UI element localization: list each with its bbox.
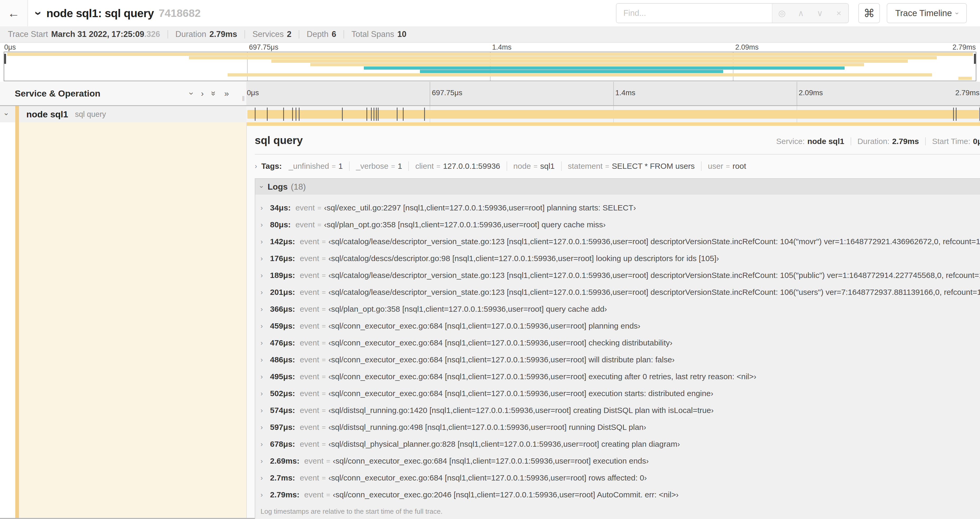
minimap-canvas[interactable]: [4, 52, 976, 81]
tag-item[interactable]: user=root: [708, 162, 746, 171]
log-row[interactable]: ›201μs:event=sql/catalog/lease/descripto…: [261, 284, 980, 301]
keyboard-shortcuts-button[interactable]: ⌘: [858, 3, 880, 23]
divider: [925, 137, 926, 145]
tag-item[interactable]: _unfinished=1: [289, 162, 343, 171]
log-row[interactable]: ›142μs:event=sql/catalog/lease/descripto…: [261, 233, 980, 250]
chevron-right-icon[interactable]: ›: [261, 305, 270, 313]
find-next-button[interactable]: ∨: [810, 4, 829, 23]
divider: [299, 30, 299, 38]
log-value: sql/conn_executor_exec.go:684 [nsql1,cli…: [329, 355, 675, 364]
minimap-span-row: [4, 60, 976, 63]
log-row[interactable]: ›459μs:event=sql/conn_executor_exec.go:6…: [261, 318, 980, 334]
chevron-right-icon[interactable]: ›: [261, 390, 270, 398]
tag-item[interactable]: node=sql1: [514, 162, 555, 171]
log-marker: [283, 108, 284, 121]
log-field-name: event: [300, 321, 319, 331]
log-row[interactable]: ›176μs:event=sql/catalog/descs/descripto…: [261, 250, 980, 267]
log-row[interactable]: ›2.7ms:event=sql/conn_executor_exec.go:6…: [261, 469, 980, 486]
trace-start-value: March 31 2022, 17:25:09: [51, 30, 144, 39]
find-input[interactable]: [616, 4, 772, 23]
chevron-right-icon[interactable]: ›: [261, 254, 270, 263]
log-marker: [376, 108, 377, 121]
log-row[interactable]: ›495μs:event=sql/conn_executor_exec.go:6…: [261, 368, 980, 385]
equals-sign: =: [322, 440, 326, 448]
chevron-right-icon[interactable]: ›: [261, 440, 270, 448]
minimap-right-drag-handle[interactable]: [974, 54, 976, 64]
close-icon: ×: [837, 8, 842, 18]
back-arrow-icon: ←: [8, 6, 20, 20]
chevron-right-icon[interactable]: ›: [261, 339, 270, 347]
log-row[interactable]: ›2.79ms:event=sql/conn_executor_exec.go:…: [261, 486, 980, 503]
trace-collapse-toggle[interactable]: ›: [37, 6, 41, 21]
equals-sign: =: [322, 238, 326, 246]
command-icon: ⌘: [864, 7, 875, 19]
log-value: sql/conn_executor_exec.go:684 [nsql1,cli…: [329, 321, 640, 331]
logs-header[interactable]: › Logs (18): [255, 179, 980, 195]
chevron-right-icon[interactable]: ›: [261, 322, 270, 330]
log-row[interactable]: ›476μs:event=sql/conn_executor_exec.go:6…: [261, 334, 980, 351]
log-row[interactable]: ›366μs:event=sql/plan_opt.go:358 [nsql1,…: [261, 301, 980, 318]
divider: [349, 161, 350, 171]
chevron-right-icon[interactable]: ›: [261, 457, 270, 465]
log-marker: [296, 108, 296, 121]
trace-page: ← › node sql1: sql query 7418682 ◎ ∧ ∨ ×…: [0, 0, 980, 519]
chevron-right-icon[interactable]: ›: [261, 221, 270, 229]
meta-label: Service:: [776, 137, 805, 146]
tags-row[interactable]: › Tags: _unfinished=1_verbose=1client=12…: [255, 161, 980, 171]
gridline: [430, 82, 430, 105]
collapse-one-button[interactable]: ›: [190, 89, 193, 98]
total-spans-label: Total Spans: [352, 30, 394, 39]
find-prev-button[interactable]: ∧: [791, 4, 810, 23]
log-row[interactable]: ›678μs:event=sql/distsql_physical_planne…: [261, 436, 980, 452]
span-name-cell[interactable]: › node sql1 sql query: [0, 106, 246, 122]
span-collapse-toggle[interactable]: ›: [5, 110, 8, 118]
log-row[interactable]: ›2.69ms:event=sql/conn_executor_exec.go:…: [261, 452, 980, 469]
link-icon[interactable]: [975, 517, 980, 519]
expand-all-button[interactable]: »: [224, 89, 229, 98]
equals-sign: =: [322, 390, 326, 398]
chevron-right-icon[interactable]: ›: [261, 373, 270, 381]
collapse-all-button[interactable]: »: [212, 89, 216, 98]
log-row[interactable]: ›80μs:event=sql/plan_opt.go:358 [nsql1,c…: [261, 216, 980, 233]
column-resizer-handle[interactable]: ‖: [242, 95, 245, 103]
log-row[interactable]: ›597μs:event=sql/distsql_running.go:498 …: [261, 419, 980, 436]
chevron-right-icon[interactable]: ›: [261, 238, 270, 246]
double-chevron-right-icon: »: [224, 89, 229, 98]
minimap-left-drag-handle[interactable]: [4, 54, 6, 64]
minimap-span-row: [4, 77, 976, 80]
log-row[interactable]: ›574μs:event=sql/distsql_running.go:1420…: [261, 402, 980, 419]
log-timestamp: 597μs:: [270, 423, 295, 432]
find-box: ◎ ∧ ∨ ×: [616, 3, 849, 23]
log-marker: [374, 108, 374, 121]
chevron-right-icon[interactable]: ›: [261, 406, 270, 415]
expand-one-button[interactable]: ›: [201, 89, 204, 98]
find-locate-button[interactable]: ◎: [772, 4, 791, 23]
chevron-right-icon[interactable]: ›: [261, 271, 270, 279]
span-duration-bar[interactable]: [247, 110, 979, 119]
divider: [408, 161, 409, 171]
span-service-name[interactable]: node sql1: [26, 109, 68, 120]
log-row[interactable]: ›189μs:event=sql/catalog/lease/descripto…: [261, 267, 980, 284]
view-selector-button[interactable]: Trace Timeline ›: [887, 3, 967, 23]
chevron-right-icon: ›: [201, 89, 204, 98]
equals-sign: =: [322, 406, 326, 415]
tag-item[interactable]: client=127.0.0.1:59936: [415, 162, 500, 171]
back-button[interactable]: ←: [0, 0, 28, 26]
chevron-right-icon[interactable]: ›: [261, 491, 270, 499]
chevron-right-icon[interactable]: ›: [261, 204, 270, 212]
chevron-right-icon[interactable]: ›: [261, 356, 270, 364]
equals-sign: =: [605, 162, 609, 170]
chevron-right-icon[interactable]: ›: [261, 288, 270, 296]
tag-item[interactable]: statement=SELECT * FROM users: [568, 162, 695, 171]
log-row[interactable]: ›486μs:event=sql/conn_executor_exec.go:6…: [261, 351, 980, 368]
log-row[interactable]: ›34μs:event=sql/exec_util.go:2297 [nsql1…: [261, 200, 980, 216]
find-clear-button[interactable]: ×: [829, 4, 848, 23]
chevron-right-icon[interactable]: ›: [261, 423, 270, 431]
log-marker: [956, 108, 956, 121]
tick-label: 2.09ms: [735, 43, 759, 51]
minimap-span-bar: [420, 70, 723, 73]
log-row[interactable]: ›502μs:event=sql/conn_executor_exec.go:6…: [261, 385, 980, 402]
tag-item[interactable]: _verbose=1: [356, 162, 402, 171]
chevron-right-icon[interactable]: ›: [261, 474, 270, 482]
equals-sign: =: [391, 162, 395, 170]
